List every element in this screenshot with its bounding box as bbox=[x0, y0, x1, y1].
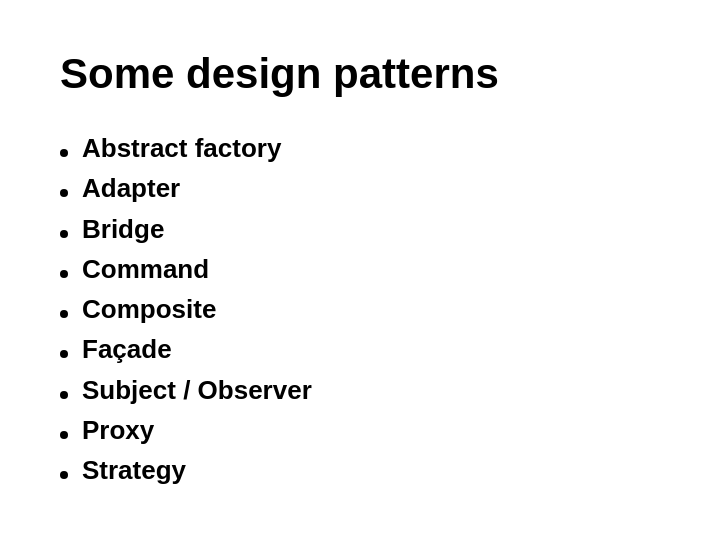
list-item: Composite bbox=[60, 289, 660, 329]
list-item: Command bbox=[60, 249, 660, 289]
list-item: Subject / Observer bbox=[60, 370, 660, 410]
bullet-icon bbox=[60, 391, 68, 399]
bullet-icon bbox=[60, 149, 68, 157]
bullet-icon bbox=[60, 431, 68, 439]
list-item-label: Composite bbox=[82, 289, 216, 329]
list-item: Bridge bbox=[60, 209, 660, 249]
bullet-icon bbox=[60, 350, 68, 358]
bullet-icon bbox=[60, 230, 68, 238]
bullet-icon bbox=[60, 471, 68, 479]
list-item-label: Abstract factory bbox=[82, 128, 281, 168]
slide-title: Some design patterns bbox=[60, 50, 660, 98]
list-item-label: Strategy bbox=[82, 450, 186, 490]
list-item: Proxy bbox=[60, 410, 660, 450]
list-item: Abstract factory bbox=[60, 128, 660, 168]
list-item: Adapter bbox=[60, 168, 660, 208]
list-item: Façade bbox=[60, 329, 660, 369]
list-item-label: Bridge bbox=[82, 209, 164, 249]
list-item-label: Command bbox=[82, 249, 209, 289]
bullet-icon bbox=[60, 310, 68, 318]
bullet-list: Abstract factoryAdapterBridgeCommandComp… bbox=[60, 128, 660, 491]
list-item: Strategy bbox=[60, 450, 660, 490]
list-item-label: Subject / Observer bbox=[82, 370, 312, 410]
list-item-label: Façade bbox=[82, 329, 172, 369]
slide: Some design patterns Abstract factoryAda… bbox=[0, 0, 720, 540]
list-item-label: Proxy bbox=[82, 410, 154, 450]
bullet-icon bbox=[60, 270, 68, 278]
bullet-icon bbox=[60, 189, 68, 197]
list-item-label: Adapter bbox=[82, 168, 180, 208]
